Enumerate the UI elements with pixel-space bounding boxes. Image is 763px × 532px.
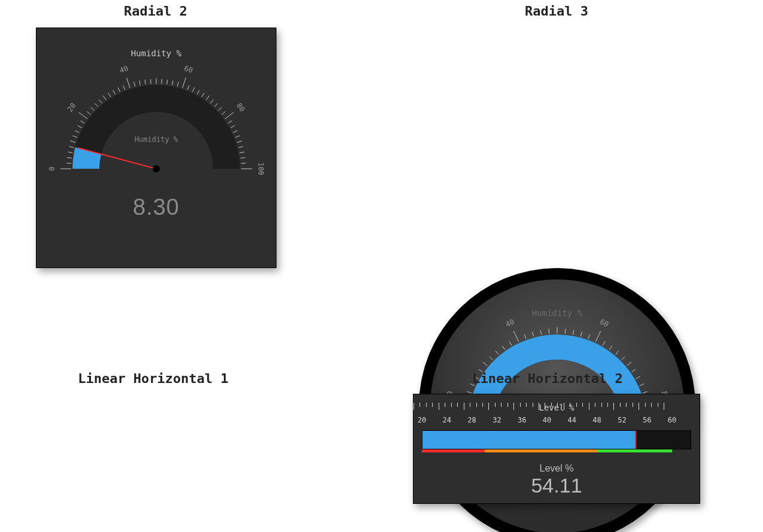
svg-line-54 <box>241 163 246 164</box>
linear2-scale: 2024283236404448525660 <box>422 416 691 428</box>
svg-line-83 <box>524 335 526 339</box>
radial3-title: Radial 3 <box>419 4 694 19</box>
svg-line-38 <box>202 93 204 97</box>
svg-line-32 <box>177 82 178 87</box>
linear2-range-bands <box>422 449 691 452</box>
svg-line-96 <box>616 351 619 354</box>
svg-line-20 <box>118 87 120 92</box>
svg-line-44 <box>225 113 234 119</box>
svg-text:40: 40 <box>118 64 129 75</box>
linear2-ticks <box>414 403 700 410</box>
svg-line-10 <box>80 121 84 123</box>
svg-line-48 <box>233 130 237 132</box>
svg-text:20: 20 <box>66 101 78 113</box>
linear2-value-label: Level % <box>422 463 691 474</box>
svg-line-94 <box>603 341 605 345</box>
svg-line-46 <box>228 121 232 123</box>
svg-line-4 <box>68 152 73 153</box>
linear2-fill <box>422 431 636 449</box>
svg-line-33 <box>183 78 186 88</box>
linear2-value: 54.11 <box>422 474 691 497</box>
svg-line-14 <box>91 107 95 110</box>
svg-line-15 <box>95 104 98 107</box>
svg-line-21 <box>123 86 125 90</box>
svg-line-81 <box>513 331 518 342</box>
radial2-title: Radial 2 <box>36 4 275 19</box>
radial2-sub-label: Humidity % <box>37 136 276 144</box>
svg-line-41 <box>214 104 217 107</box>
svg-text:80: 80 <box>235 101 247 113</box>
svg-text:100: 100 <box>257 162 265 175</box>
svg-point-58 <box>153 165 160 172</box>
svg-line-98 <box>627 362 631 366</box>
svg-line-47 <box>230 126 235 128</box>
svg-line-86 <box>549 329 549 334</box>
svg-line-80 <box>509 341 512 345</box>
svg-line-35 <box>187 86 189 90</box>
svg-line-90 <box>580 332 582 336</box>
svg-line-29 <box>162 79 162 84</box>
svg-line-39 <box>206 96 209 100</box>
svg-line-13 <box>87 111 90 114</box>
svg-line-24 <box>134 82 135 87</box>
svg-line-91 <box>588 335 590 339</box>
svg-line-3 <box>67 157 72 158</box>
linear2-marker <box>635 431 636 449</box>
svg-line-2 <box>66 163 71 164</box>
svg-line-92 <box>595 331 600 342</box>
svg-line-88 <box>565 329 566 334</box>
svg-line-31 <box>172 81 173 86</box>
svg-line-22 <box>127 78 130 88</box>
svg-line-18 <box>108 93 111 97</box>
svg-line-102 <box>643 391 648 393</box>
svg-text:40: 40 <box>504 318 516 329</box>
svg-line-26 <box>145 80 145 84</box>
svg-line-95 <box>609 346 612 350</box>
svg-text:60: 60 <box>183 64 194 75</box>
linear2-title: Linear Horizontal 2 <box>413 371 682 386</box>
svg-line-9 <box>78 126 82 128</box>
radial2-value: 8.30 <box>37 194 276 220</box>
gauge-linear-2: Level % 2024283236404448525660 Level % 5… <box>413 394 700 504</box>
svg-line-40 <box>211 99 214 103</box>
svg-line-97 <box>621 357 625 360</box>
linear1-title: Linear Horizontal 1 <box>22 371 285 386</box>
svg-line-77 <box>490 357 493 360</box>
svg-line-43 <box>221 111 225 114</box>
svg-line-51 <box>239 147 244 148</box>
svg-line-27 <box>151 79 151 84</box>
radial2-sub-label-text: Humidity % <box>135 135 178 144</box>
radial2-scale-title: Humidity % <box>37 48 276 58</box>
svg-line-19 <box>113 90 115 95</box>
svg-line-30 <box>167 80 168 84</box>
svg-line-78 <box>496 351 498 354</box>
svg-line-5 <box>69 147 74 148</box>
svg-text:0: 0 <box>48 166 56 171</box>
svg-line-36 <box>192 87 194 92</box>
svg-line-72 <box>467 391 472 393</box>
radial2-svg: 020406080100 <box>37 28 276 267</box>
svg-line-52 <box>239 152 244 153</box>
svg-line-25 <box>139 81 140 86</box>
svg-line-11 <box>79 113 88 119</box>
svg-text:60: 60 <box>598 318 610 329</box>
svg-line-89 <box>573 330 573 335</box>
svg-line-8 <box>75 130 79 132</box>
svg-line-53 <box>241 157 245 158</box>
svg-line-16 <box>99 99 102 103</box>
linear2-track <box>422 430 691 449</box>
svg-line-17 <box>103 96 106 100</box>
svg-line-37 <box>197 90 199 95</box>
svg-line-84 <box>533 332 534 336</box>
svg-line-76 <box>483 362 488 366</box>
svg-line-79 <box>502 346 505 350</box>
svg-line-85 <box>540 330 541 335</box>
gauge-radial-2: Humidity % Humidity % 020406080100 8.30 <box>36 28 276 268</box>
svg-line-42 <box>218 107 222 110</box>
